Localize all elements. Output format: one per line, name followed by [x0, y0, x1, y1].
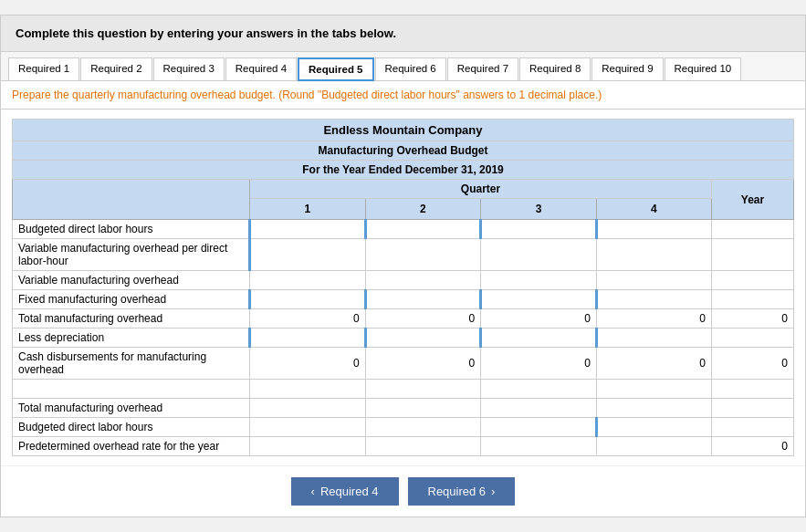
cell-pohr-q1 [250, 437, 366, 456]
cell-vmoph-q4[interactable] [596, 239, 711, 271]
input-fmo-q2[interactable] [371, 293, 476, 306]
cell-ld-q3[interactable] [481, 329, 597, 348]
cell-vmo-q2[interactable] [365, 271, 481, 290]
cell-vmoph-q2[interactable] [365, 239, 481, 271]
cell-fmo-q1[interactable] [250, 290, 366, 309]
cell-vmo-q4[interactable] [596, 271, 711, 290]
blank-q3 [481, 380, 597, 399]
cell-fmo-q3[interactable] [481, 290, 597, 309]
cell-tmo-q2: 0 [365, 309, 481, 329]
col-q4: 4 [596, 199, 711, 220]
cell-vmoph-q3[interactable] [481, 239, 597, 271]
prev-button[interactable]: ‹ Required 4 [291, 477, 399, 506]
cell-vmoph-q1[interactable] [250, 239, 366, 271]
input-fmo-q3[interactable] [486, 293, 591, 306]
input-ld-q1[interactable] [255, 331, 361, 344]
cell-btmo-q4[interactable] [596, 399, 711, 418]
cell-bdlh-yr[interactable] [712, 220, 794, 239]
tab-req1[interactable]: Required 1 [8, 57, 79, 81]
input-bbdlh-q4[interactable] [602, 421, 707, 433]
cell-bdlh-q2[interactable] [365, 220, 481, 239]
input-ld-q3[interactable] [486, 331, 591, 344]
tab-req2[interactable]: Required 2 [80, 57, 152, 81]
input-fmo-q4[interactable] [602, 293, 707, 306]
input-vmoph-q1[interactable] [255, 248, 361, 261]
input-vmo-yr[interactable] [716, 274, 790, 287]
tab-req3[interactable]: Required 3 [153, 57, 225, 81]
tab-req4[interactable]: Required 4 [225, 57, 297, 81]
input-vmo-q4[interactable] [601, 274, 707, 287]
tab-req9[interactable]: Required 9 [591, 57, 663, 81]
input-bdlh-yr[interactable] [716, 223, 790, 235]
cell-btmo-q1[interactable] [250, 399, 366, 418]
cell-btmo-q2[interactable] [365, 399, 481, 418]
input-fmo-q1[interactable] [255, 293, 361, 306]
cell-bbdlh-q4[interactable] [596, 418, 711, 437]
input-ld-q4[interactable] [602, 331, 707, 344]
input-bdlh-q3[interactable] [486, 223, 591, 235]
input-btmo-q2[interactable] [370, 402, 477, 414]
input-vmoph-q3[interactable] [485, 248, 592, 261]
row-label-vmoph: Variable manufacturing overhead per dire… [13, 239, 250, 271]
tab-req6[interactable]: Required 6 [375, 57, 446, 81]
cell-bdlh-q3[interactable] [481, 220, 597, 239]
cell-cdmo-q4: 0 [596, 348, 711, 380]
table-row: Fixed manufacturing overhead [13, 290, 794, 309]
cell-bbdlh-q2[interactable] [365, 418, 481, 437]
input-vmo-q3[interactable] [485, 274, 592, 287]
input-vmo-q1[interactable] [254, 274, 361, 287]
cell-bdlh-q1[interactable] [250, 220, 366, 239]
table-row: Less depreciation [13, 329, 794, 348]
blank-q4 [596, 380, 711, 399]
input-bbdlh-q3[interactable] [485, 421, 591, 433]
input-vmoph-q4[interactable] [601, 248, 707, 261]
input-vmoph-q2[interactable] [370, 248, 477, 261]
input-btmo-q4[interactable] [601, 402, 707, 414]
input-bdlh-q2[interactable] [371, 223, 476, 235]
cell-cdmo-q3: 0 [481, 348, 597, 380]
tab-req7[interactable]: Required 7 [447, 57, 518, 81]
row-label-btmo: Total manufacturing overhead [13, 399, 250, 418]
input-bbdlh-yr[interactable] [716, 421, 790, 433]
cell-vmo-q1[interactable] [250, 271, 366, 290]
cell-fmo-yr[interactable] [712, 290, 794, 309]
cell-bbdlh-yr[interactable] [712, 418, 794, 437]
cell-vmoph-yr[interactable] [712, 239, 794, 271]
cell-bdlh-q4[interactable] [596, 220, 711, 239]
cell-ld-q4[interactable] [596, 329, 711, 348]
input-fmo-yr[interactable] [716, 293, 790, 306]
instruction-text: Complete this question by entering your … [16, 26, 396, 40]
input-ld-q2[interactable] [371, 331, 476, 344]
quarter-label: Quarter [250, 180, 712, 199]
bottom-nav: ‹ Required 4 Required 6 › [1, 465, 805, 516]
input-ld-yr[interactable] [716, 331, 790, 344]
table-row: Variable manufacturing overhead per dire… [13, 239, 794, 271]
cell-ld-q1[interactable] [250, 329, 366, 348]
input-bbdlh-q2[interactable] [370, 421, 477, 433]
row-label-bbdlh: Budgeted direct labor hours [13, 418, 250, 437]
tab-req8[interactable]: Required 8 [519, 57, 591, 81]
row-label-vmo: Variable manufacturing overhead [13, 271, 250, 290]
cell-ld-yr[interactable] [712, 329, 794, 348]
blank-label [13, 380, 250, 399]
cell-btmo-yr[interactable] [712, 399, 794, 418]
input-bdlh-q1[interactable] [255, 223, 361, 235]
cell-vmo-q3[interactable] [481, 271, 597, 290]
cell-bbdlh-q1[interactable] [250, 418, 366, 437]
input-btmo-q3[interactable] [485, 402, 592, 414]
input-bdlh-q4[interactable] [602, 223, 707, 235]
cell-ld-q2[interactable] [365, 329, 481, 348]
input-vmo-q2[interactable] [370, 274, 477, 287]
cell-bbdlh-q3[interactable] [481, 418, 597, 437]
input-btmo-yr[interactable] [716, 402, 790, 414]
tab-req5[interactable]: Required 5 [298, 57, 373, 81]
input-bbdlh-q1[interactable] [254, 421, 361, 433]
next-button[interactable]: Required 6 › [408, 477, 516, 506]
tab-req10[interactable]: Required 10 [665, 57, 742, 81]
cell-vmo-yr[interactable] [712, 271, 794, 290]
input-vmoph-yr[interactable] [716, 248, 790, 261]
cell-btmo-q3[interactable] [481, 399, 597, 418]
input-btmo-q1[interactable] [254, 402, 361, 414]
cell-fmo-q4[interactable] [596, 290, 711, 309]
cell-fmo-q2[interactable] [365, 290, 481, 309]
